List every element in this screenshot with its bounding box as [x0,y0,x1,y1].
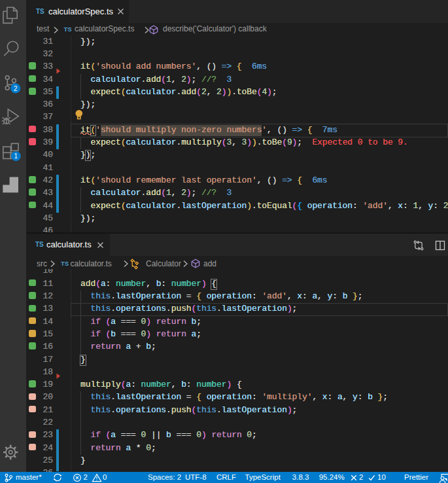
svg-text:1: 1 [14,152,18,160]
svg-text:2: 2 [14,85,18,92]
